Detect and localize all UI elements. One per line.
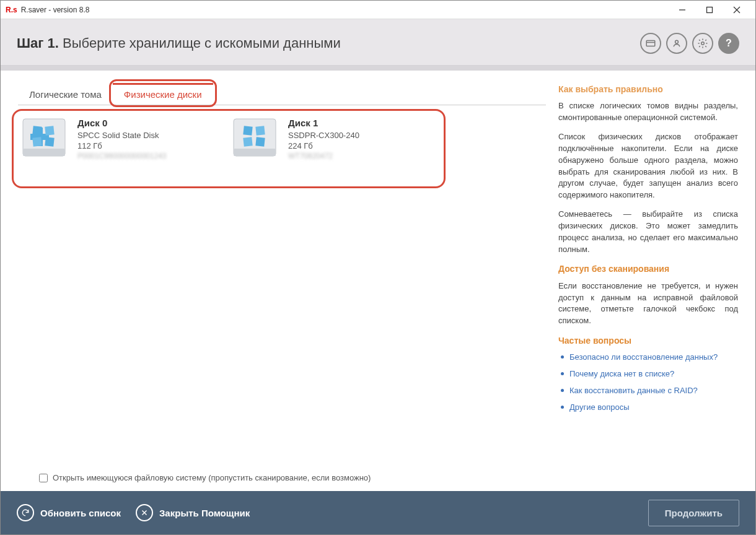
disk-size: 112 Гб [77,141,166,150]
refresh-icon [17,504,34,521]
svg-rect-15 [234,149,276,156]
help-heading-access: Доступ без сканирования [558,263,738,275]
help-text: Сомневаетесь — выбирайте из списка физич… [558,209,738,255]
disk-size: 224 Гб [288,141,359,150]
disk-model: SPCC Solid State Disk [77,131,166,140]
svg-rect-16 [243,126,252,135]
disk-title: Диск 1 [288,118,359,128]
user-icon[interactable] [666,33,687,54]
card-icon[interactable] [640,33,661,54]
svg-rect-1 [707,7,713,12]
annotation-highlight [109,79,217,107]
svg-point-7 [701,42,705,45]
svg-rect-18 [243,137,252,146]
app-logo: R.s [6,6,17,14]
svg-rect-19 [255,137,265,146]
svg-rect-17 [255,126,265,135]
help-heading-faq: Частые вопросы [558,334,738,347]
svg-rect-9 [23,149,65,156]
continue-button[interactable]: Продолжить [648,500,739,526]
open-filesystem-checkbox-row: Открыть имеющуюся файловую систему (проп… [18,468,546,491]
svg-rect-10 [32,126,42,135]
tabs: Логические тома Физические диски [18,83,546,105]
disk-icon [19,115,69,162]
close-icon [136,504,153,521]
faq-list: Безопасно ли восстановление данных? Поче… [558,352,738,413]
disk-serial: WT70820472 [288,152,359,160]
minimize-button[interactable] [669,1,696,19]
help-text: В списке логических томов видны разделы,… [558,100,738,124]
faq-link[interactable]: Другие вопросы [569,402,630,412]
disk-item-0[interactable]: Диск 0 SPCC Solid State Disk 112 Гб P000… [19,115,205,162]
footer: Обновить список Закрыть Помощник Продолж… [1,491,755,534]
svg-rect-4 [646,41,655,46]
help-icon[interactable]: ? [718,33,739,54]
disk-icon [230,115,279,162]
help-heading-choose: Как выбрать правильно [558,83,738,95]
faq-link[interactable]: Почему диска нет в списке? [569,369,674,378]
step-title: Шаг 1. Выберите хранилище с искомыми дан… [17,35,341,51]
disk-serial: P0001C980000000001243 [77,152,166,160]
faq-link[interactable]: Безопасно ли восстановление данных? [569,352,718,362]
help-text: Если восстановление не требуется, и нуже… [558,281,738,327]
help-panel: Как выбрать правильно В списке логически… [558,83,738,491]
disk-model: SSDPR-CX300-240 [288,131,359,140]
svg-rect-12 [32,137,42,146]
faq-link[interactable]: Как восстановить данные с RAID? [569,386,698,395]
svg-rect-13 [45,137,54,146]
gear-icon[interactable] [692,33,713,54]
disk-item-1[interactable]: Диск 1 SSDPR-CX300-240 224 Гб WT70820472 [230,115,416,162]
disk-title: Диск 0 [77,118,166,128]
svg-rect-11 [45,126,54,135]
open-filesystem-checkbox[interactable] [39,474,48,482]
close-assistant-button[interactable]: Закрыть Помощник [136,504,250,521]
help-text: Список физических дисков отображает подк… [558,131,738,201]
svg-point-6 [675,40,679,43]
tab-physical-disks[interactable]: Физические диски [113,83,213,105]
open-filesystem-label: Открыть имеющуюся файловую систему (проп… [53,473,371,482]
disk-list: Диск 0 SPCC Solid State Disk 112 Гб P000… [19,115,545,162]
maximize-button[interactable] [696,1,723,19]
step-description: Выберите хранилище с искомыми данными [63,35,341,51]
titlebar: R.s R.saver - version 8.8 [1,1,755,19]
refresh-list-button[interactable]: Обновить список [17,504,121,521]
window-title: R.saver - version 8.8 [21,6,90,14]
close-assistant-label: Закрыть Помощник [159,508,250,518]
tab-logical-volumes[interactable]: Логические тома [18,83,113,105]
refresh-label: Обновить список [40,508,121,518]
step-header: Шаг 1. Выберите хранилище с искомыми дан… [1,19,755,66]
step-number: Шаг 1. [17,35,59,51]
close-button[interactable] [723,1,750,19]
wizard-progress [1,66,755,71]
